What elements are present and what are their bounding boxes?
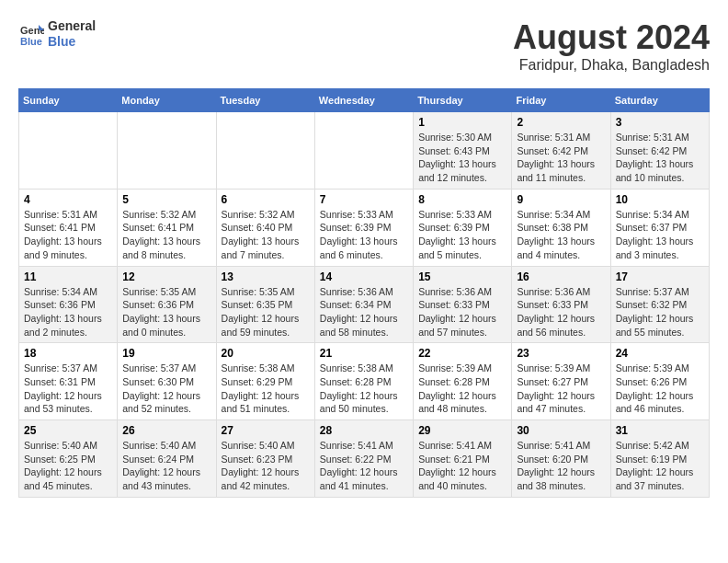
header-cell-monday: Monday bbox=[118, 89, 216, 112]
day-number: 25 bbox=[24, 424, 112, 437]
calendar-header: SundayMondayTuesdayWednesdayThursdayFrid… bbox=[19, 89, 710, 112]
calendar-cell bbox=[216, 112, 314, 190]
day-info: Sunrise: 5:40 AM Sunset: 6:24 PM Dayligh… bbox=[122, 439, 210, 493]
day-info: Sunrise: 5:41 AM Sunset: 6:21 PM Dayligh… bbox=[418, 439, 506, 493]
calendar-cell: 23Sunrise: 5:39 AM Sunset: 6:27 PM Dayli… bbox=[512, 343, 610, 420]
day-info: Sunrise: 5:31 AM Sunset: 6:42 PM Dayligh… bbox=[616, 131, 704, 185]
logo-line1: General bbox=[48, 18, 96, 34]
day-info: Sunrise: 5:36 AM Sunset: 6:33 PM Dayligh… bbox=[418, 285, 506, 339]
calendar-cell: 1Sunrise: 5:30 AM Sunset: 6:43 PM Daylig… bbox=[414, 112, 512, 190]
day-info: Sunrise: 5:37 AM Sunset: 6:32 PM Dayligh… bbox=[616, 285, 704, 339]
calendar-cell: 15Sunrise: 5:36 AM Sunset: 6:33 PM Dayli… bbox=[414, 266, 512, 343]
header-cell-thursday: Thursday bbox=[414, 89, 512, 112]
day-number: 15 bbox=[418, 270, 506, 283]
logo: General Blue General Blue bbox=[18, 18, 96, 50]
day-info: Sunrise: 5:34 AM Sunset: 6:36 PM Dayligh… bbox=[24, 285, 112, 339]
main-title: August 2024 bbox=[513, 18, 710, 57]
day-number: 19 bbox=[122, 347, 210, 360]
day-number: 31 bbox=[616, 424, 704, 437]
day-number: 9 bbox=[517, 193, 605, 206]
calendar-cell: 4Sunrise: 5:31 AM Sunset: 6:41 PM Daylig… bbox=[19, 189, 118, 266]
day-info: Sunrise: 5:35 AM Sunset: 6:36 PM Dayligh… bbox=[122, 285, 210, 339]
day-info: Sunrise: 5:41 AM Sunset: 6:22 PM Dayligh… bbox=[320, 439, 408, 493]
day-info: Sunrise: 5:37 AM Sunset: 6:31 PM Dayligh… bbox=[24, 362, 112, 416]
calendar-cell: 9Sunrise: 5:34 AM Sunset: 6:38 PM Daylig… bbox=[512, 189, 610, 266]
calendar-cell: 31Sunrise: 5:42 AM Sunset: 6:19 PM Dayli… bbox=[610, 420, 709, 498]
svg-text:Blue: Blue bbox=[20, 36, 42, 47]
calendar-cell: 22Sunrise: 5:39 AM Sunset: 6:28 PM Dayli… bbox=[414, 343, 512, 420]
calendar-cell bbox=[118, 112, 216, 190]
calendar-cell: 25Sunrise: 5:40 AM Sunset: 6:25 PM Dayli… bbox=[19, 420, 118, 498]
calendar-cell: 5Sunrise: 5:32 AM Sunset: 6:41 PM Daylig… bbox=[118, 189, 216, 266]
day-number: 1 bbox=[418, 116, 506, 129]
calendar-cell: 24Sunrise: 5:39 AM Sunset: 6:26 PM Dayli… bbox=[610, 343, 709, 420]
day-number: 10 bbox=[616, 193, 704, 206]
day-info: Sunrise: 5:34 AM Sunset: 6:38 PM Dayligh… bbox=[517, 208, 605, 262]
day-info: Sunrise: 5:39 AM Sunset: 6:27 PM Dayligh… bbox=[517, 362, 605, 416]
header-cell-wednesday: Wednesday bbox=[314, 89, 413, 112]
title-block: August 2024 Faridpur, Dhaka, Bangladesh bbox=[513, 18, 710, 74]
day-number: 12 bbox=[122, 270, 210, 283]
calendar-cell: 13Sunrise: 5:35 AM Sunset: 6:35 PM Dayli… bbox=[216, 266, 314, 343]
day-info: Sunrise: 5:31 AM Sunset: 6:42 PM Dayligh… bbox=[517, 131, 605, 185]
day-info: Sunrise: 5:41 AM Sunset: 6:20 PM Dayligh… bbox=[517, 439, 605, 493]
calendar-cell: 29Sunrise: 5:41 AM Sunset: 6:21 PM Dayli… bbox=[414, 420, 512, 498]
day-info: Sunrise: 5:35 AM Sunset: 6:35 PM Dayligh… bbox=[222, 285, 310, 339]
day-number: 26 bbox=[122, 424, 210, 437]
day-info: Sunrise: 5:32 AM Sunset: 6:40 PM Dayligh… bbox=[222, 208, 310, 262]
calendar-cell: 3Sunrise: 5:31 AM Sunset: 6:42 PM Daylig… bbox=[610, 112, 709, 190]
header-cell-tuesday: Tuesday bbox=[216, 89, 314, 112]
logo-icon: General Blue bbox=[18, 21, 44, 47]
day-info: Sunrise: 5:32 AM Sunset: 6:41 PM Dayligh… bbox=[122, 208, 210, 262]
calendar-cell: 11Sunrise: 5:34 AM Sunset: 6:36 PM Dayli… bbox=[19, 266, 118, 343]
day-number: 20 bbox=[222, 347, 310, 360]
calendar-cell: 6Sunrise: 5:32 AM Sunset: 6:40 PM Daylig… bbox=[216, 189, 314, 266]
day-info: Sunrise: 5:38 AM Sunset: 6:28 PM Dayligh… bbox=[320, 362, 408, 416]
day-info: Sunrise: 5:31 AM Sunset: 6:41 PM Dayligh… bbox=[24, 208, 112, 262]
page-header: General Blue General Blue August 2024 Fa… bbox=[18, 18, 710, 74]
day-number: 5 bbox=[122, 193, 210, 206]
day-number: 27 bbox=[222, 424, 310, 437]
day-info: Sunrise: 5:36 AM Sunset: 6:33 PM Dayligh… bbox=[517, 285, 605, 339]
day-number: 2 bbox=[517, 116, 605, 129]
day-number: 22 bbox=[418, 347, 506, 360]
calendar-cell: 18Sunrise: 5:37 AM Sunset: 6:31 PM Dayli… bbox=[19, 343, 118, 420]
calendar-cell: 26Sunrise: 5:40 AM Sunset: 6:24 PM Dayli… bbox=[118, 420, 216, 498]
logo-line2: Blue bbox=[48, 34, 96, 50]
header-cell-friday: Friday bbox=[512, 89, 610, 112]
header-cell-sunday: Sunday bbox=[19, 89, 118, 112]
calendar-cell: 16Sunrise: 5:36 AM Sunset: 6:33 PM Dayli… bbox=[512, 266, 610, 343]
calendar-cell: 27Sunrise: 5:40 AM Sunset: 6:23 PM Dayli… bbox=[216, 420, 314, 498]
calendar-cell: 21Sunrise: 5:38 AM Sunset: 6:28 PM Dayli… bbox=[314, 343, 413, 420]
calendar-week-3: 11Sunrise: 5:34 AM Sunset: 6:36 PM Dayli… bbox=[19, 266, 710, 343]
day-number: 4 bbox=[24, 193, 112, 206]
day-number: 8 bbox=[418, 193, 506, 206]
day-number: 6 bbox=[222, 193, 310, 206]
day-info: Sunrise: 5:37 AM Sunset: 6:30 PM Dayligh… bbox=[122, 362, 210, 416]
day-number: 18 bbox=[24, 347, 112, 360]
calendar-cell: 14Sunrise: 5:36 AM Sunset: 6:34 PM Dayli… bbox=[314, 266, 413, 343]
header-row: SundayMondayTuesdayWednesdayThursdayFrid… bbox=[19, 89, 710, 112]
calendar-week-2: 4Sunrise: 5:31 AM Sunset: 6:41 PM Daylig… bbox=[19, 189, 710, 266]
day-number: 28 bbox=[320, 424, 408, 437]
calendar-body: 1Sunrise: 5:30 AM Sunset: 6:43 PM Daylig… bbox=[19, 112, 710, 498]
day-info: Sunrise: 5:39 AM Sunset: 6:26 PM Dayligh… bbox=[616, 362, 704, 416]
day-info: Sunrise: 5:33 AM Sunset: 6:39 PM Dayligh… bbox=[320, 208, 408, 262]
calendar-table: SundayMondayTuesdayWednesdayThursdayFrid… bbox=[18, 88, 710, 498]
day-number: 16 bbox=[517, 270, 605, 283]
day-number: 24 bbox=[616, 347, 704, 360]
day-number: 30 bbox=[517, 424, 605, 437]
calendar-cell bbox=[19, 112, 118, 190]
day-info: Sunrise: 5:42 AM Sunset: 6:19 PM Dayligh… bbox=[616, 439, 704, 493]
calendar-week-5: 25Sunrise: 5:40 AM Sunset: 6:25 PM Dayli… bbox=[19, 420, 710, 498]
subtitle: Faridpur, Dhaka, Bangladesh bbox=[513, 57, 710, 74]
day-number: 21 bbox=[320, 347, 408, 360]
day-info: Sunrise: 5:30 AM Sunset: 6:43 PM Dayligh… bbox=[418, 131, 506, 185]
day-info: Sunrise: 5:38 AM Sunset: 6:29 PM Dayligh… bbox=[222, 362, 310, 416]
day-number: 23 bbox=[517, 347, 605, 360]
calendar-cell: 12Sunrise: 5:35 AM Sunset: 6:36 PM Dayli… bbox=[118, 266, 216, 343]
calendar-cell: 2Sunrise: 5:31 AM Sunset: 6:42 PM Daylig… bbox=[512, 112, 610, 190]
day-number: 3 bbox=[616, 116, 704, 129]
calendar-cell: 17Sunrise: 5:37 AM Sunset: 6:32 PM Dayli… bbox=[610, 266, 709, 343]
calendar-cell: 20Sunrise: 5:38 AM Sunset: 6:29 PM Dayli… bbox=[216, 343, 314, 420]
